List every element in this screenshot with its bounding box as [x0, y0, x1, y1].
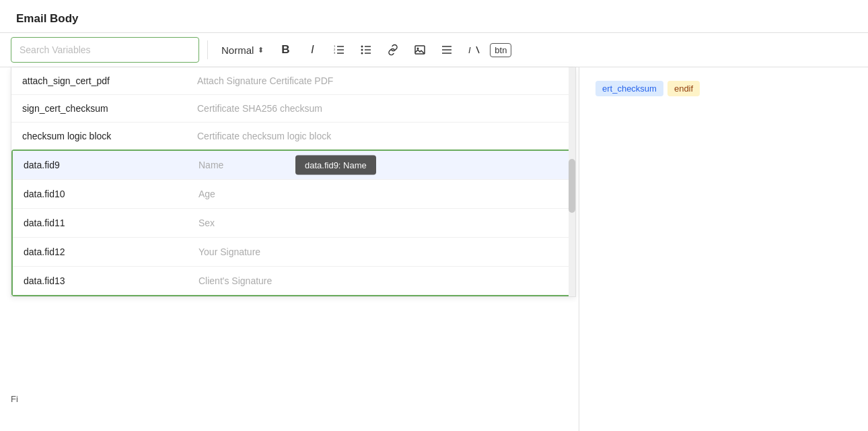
ordered-list-button[interactable]: 1 2 3: [328, 39, 350, 61]
unordered-list-button[interactable]: [355, 39, 377, 61]
svg-point-10: [361, 53, 363, 55]
tag-checksum[interactable]: ert_checksum: [595, 81, 663, 96]
btn-badge[interactable]: btn: [490, 43, 511, 57]
bold-button[interactable]: B: [275, 39, 296, 61]
italic-button[interactable]: I: [301, 39, 323, 61]
link-icon: [387, 44, 399, 56]
format-label: Normal: [221, 44, 254, 56]
group-items-container: data.fid9 Name data.fid9: Name data.fid1…: [13, 151, 574, 295]
pre-items-container: attach_sign_cert_pdf Attach Signature Ce…: [11, 67, 575, 150]
main-content: attach_sign_cert_pdf Attach Signature Ce…: [0, 67, 868, 431]
var-desc: Name: [198, 160, 223, 170]
group-item[interactable]: data.fid13 Client's Signature: [13, 267, 574, 295]
var-desc: Age: [198, 189, 215, 199]
image-icon: [414, 44, 426, 56]
svg-point-8: [361, 49, 363, 51]
clear-format-icon: I: [468, 44, 480, 56]
var-desc: Your Signature: [198, 246, 260, 257]
group-item[interactable]: data.fid12 Your Signature: [13, 238, 574, 267]
dropdown-item[interactable]: attach_sign_cert_pdf Attach Signature Ce…: [11, 67, 575, 95]
var-name: data.fid13: [24, 275, 198, 286]
svg-text:I: I: [468, 45, 471, 55]
group-section: data.fid9 Name data.fid9: Name data.fid1…: [11, 150, 575, 296]
image-button[interactable]: [409, 39, 431, 61]
toolbar: Normal ⬍ B I 1 2 3: [0, 32, 868, 67]
var-desc: Certificate SHA256 checksum: [197, 103, 322, 114]
var-desc: Certificate checksum logic block: [197, 131, 331, 141]
page-wrapper: Email Body Normal ⬍ B I 1 2 3: [0, 0, 868, 431]
var-name: checksum logic block: [22, 131, 197, 141]
ordered-list-icon: 1 2 3: [333, 44, 345, 56]
var-desc: Client's Signature: [198, 275, 272, 286]
format-select[interactable]: Normal ⬍: [216, 42, 269, 59]
svg-point-13: [417, 48, 419, 50]
editor-area: ert_checksum endif: [579, 67, 868, 431]
clear-format-button[interactable]: I: [463, 39, 484, 61]
var-desc: Sex: [198, 218, 215, 228]
group-item[interactable]: data.fid11 Sex: [13, 209, 574, 238]
tooltip: data.fid9: Name: [295, 156, 376, 175]
dropdown-item[interactable]: checksum logic block Certificate checksu…: [11, 123, 575, 150]
unordered-list-icon: [360, 44, 372, 56]
group-item[interactable]: data.fid9 Name data.fid9: Name: [13, 151, 574, 180]
svg-text:3: 3: [334, 51, 336, 55]
scrollbar-thumb: [569, 159, 575, 213]
var-name: data.fid11: [24, 218, 198, 228]
dropdown-item[interactable]: sign_cert_checksum Certificate SHA256 ch…: [11, 95, 575, 123]
svg-point-6: [361, 46, 363, 48]
editor-tags: ert_checksum endif: [595, 81, 852, 96]
align-icon: [441, 44, 453, 56]
var-desc: Attach Signature Certificate PDF: [197, 75, 333, 86]
tag-endif[interactable]: endif: [667, 81, 700, 96]
var-name: attach_sign_cert_pdf: [22, 75, 197, 86]
link-button[interactable]: [382, 39, 404, 61]
svg-line-18: [476, 46, 479, 53]
scrollbar-track[interactable]: [569, 67, 575, 296]
var-name: data.fid12: [24, 246, 198, 257]
dropdown-panel: attach_sign_cert_pdf Attach Signature Ce…: [11, 67, 576, 297]
var-name: data.fid10: [24, 189, 198, 199]
var-name: sign_cert_checksum: [22, 103, 197, 114]
align-button[interactable]: [436, 39, 458, 61]
toolbar-divider: [207, 40, 208, 59]
chevron-down-icon: ⬍: [258, 46, 264, 55]
var-name: data.fid9: [24, 160, 198, 170]
page-title: Email Body: [0, 0, 868, 32]
search-input[interactable]: [11, 37, 199, 63]
group-item[interactable]: data.fid10 Age: [13, 180, 574, 209]
left-label: Fi: [11, 394, 18, 404]
